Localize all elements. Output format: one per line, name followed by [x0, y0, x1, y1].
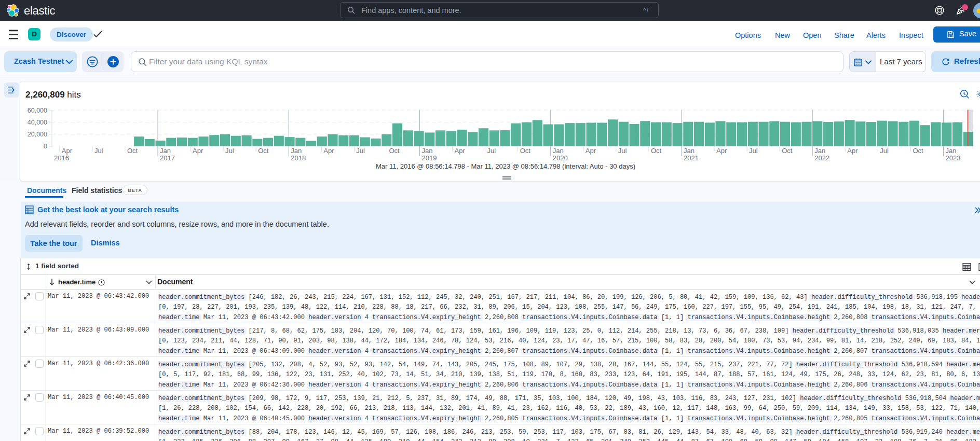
svg-text:Apr: Apr — [455, 147, 466, 155]
svg-text:Jan: Jan — [160, 147, 171, 155]
svg-text:Apr: Apr — [62, 147, 73, 155]
svg-text:2020: 2020 — [553, 154, 568, 162]
svg-text:Oct: Oct — [389, 147, 400, 155]
svg-text:2023: 2023 — [945, 154, 960, 162]
svg-text:Apr: Apr — [323, 147, 334, 155]
svg-text:Jul: Jul — [487, 147, 496, 155]
svg-text:2021: 2021 — [684, 154, 699, 162]
svg-text:Jul: Jul — [225, 147, 234, 155]
svg-text:40,000: 40,000 — [28, 119, 47, 126]
svg-text:2017: 2017 — [160, 154, 175, 162]
svg-text:Oct: Oct — [651, 147, 662, 155]
svg-text:2019: 2019 — [421, 154, 437, 162]
svg-text:20,000: 20,000 — [28, 131, 47, 138]
svg-text:Apr: Apr — [716, 147, 727, 155]
svg-text:Jan: Jan — [814, 147, 825, 155]
svg-text:60,000: 60,000 — [28, 107, 47, 114]
svg-text:Apr: Apr — [193, 147, 203, 155]
svg-text:Jul: Jul — [618, 147, 627, 155]
svg-text:2016: 2016 — [54, 154, 69, 162]
svg-text:Jan: Jan — [945, 147, 956, 155]
svg-text:2018: 2018 — [291, 154, 306, 162]
svg-text:Jul: Jul — [880, 147, 889, 155]
svg-text:Oct: Oct — [913, 147, 923, 155]
svg-text:Apr: Apr — [847, 147, 858, 155]
svg-text:Jul: Jul — [94, 147, 103, 155]
svg-text:Jan: Jan — [684, 147, 695, 155]
svg-text:2022: 2022 — [814, 154, 829, 162]
svg-text:Oct: Oct — [782, 147, 793, 155]
svg-text:Jul: Jul — [356, 147, 365, 155]
svg-text:Jan: Jan — [291, 147, 302, 155]
svg-text:0: 0 — [44, 143, 47, 150]
svg-text:Apr: Apr — [586, 147, 596, 155]
svg-text:Oct: Oct — [520, 147, 531, 155]
svg-text:Oct: Oct — [258, 147, 269, 155]
svg-text:Oct: Oct — [127, 147, 138, 155]
svg-text:Jul: Jul — [749, 147, 758, 155]
svg-text:Jan: Jan — [553, 147, 564, 155]
svg-text:Jan: Jan — [421, 147, 432, 155]
